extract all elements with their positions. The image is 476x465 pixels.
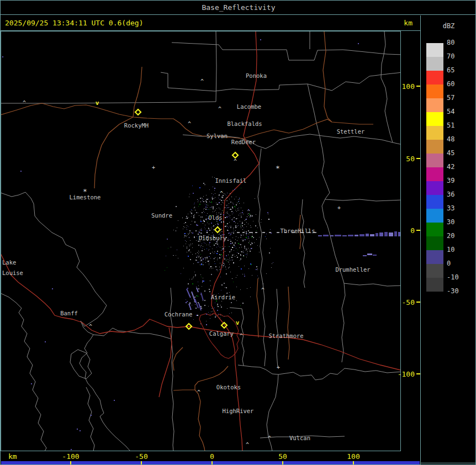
clutter-speckle (217, 304, 218, 305)
clutter-speckle (232, 260, 233, 260)
clutter-speckle (197, 225, 197, 226)
right-axis-tick (416, 302, 420, 303)
boundary-line (161, 72, 403, 91)
clutter-speckle (240, 244, 240, 245)
clutter-speckle (188, 250, 189, 251)
clutter-speckle (225, 217, 226, 218)
clutter-speckle (244, 203, 244, 203)
city-label: Airdrie (211, 294, 235, 300)
clutter-speckle (245, 224, 245, 225)
clutter-speckle (237, 250, 238, 250)
clutter-speckle (195, 210, 195, 210)
boundary-line (344, 283, 403, 286)
clutter-speckle (215, 193, 215, 194)
clutter-speckle (185, 222, 186, 223)
road-red (159, 327, 172, 397)
clutter-speckle (222, 202, 223, 203)
radar-map-display[interactable]: PonokaLacombeBlackfaldsSylvanRedDeerStet… (1, 1, 476, 465)
clutter-speckle (252, 234, 253, 234)
clutter-speckle (250, 216, 250, 216)
colorbar-swatch (426, 181, 443, 195)
clutter-speckle (197, 262, 198, 263)
clutter-speckle (251, 216, 251, 217)
colorbar-tick-label: 30 (447, 218, 474, 226)
clutter-speckle (208, 221, 208, 221)
clutter-speckle (224, 258, 225, 260)
clutter-speckle (248, 236, 248, 237)
clutter-speckle (244, 266, 245, 266)
clutter-speckle (202, 201, 203, 202)
clutter-speckle (237, 203, 237, 203)
clutter-speckle (236, 300, 237, 301)
clutter-speckle (273, 262, 273, 263)
clutter-speckle (192, 186, 193, 186)
clutter-speckle (200, 217, 201, 218)
clutter-speckle (213, 194, 214, 195)
clutter-speckle (208, 228, 209, 228)
clutter-speckle (203, 265, 204, 265)
clutter-speckle (205, 225, 205, 225)
clutter-speckle (231, 219, 232, 220)
clutter-speckle (230, 209, 231, 210)
clutter-speckle (226, 195, 226, 195)
clutter-speckle (242, 210, 243, 211)
clutter-speckle (219, 195, 219, 196)
clutter-speckle (215, 210, 216, 210)
clutter-speckle (213, 314, 213, 315)
clutter-speckle (228, 238, 229, 239)
clutter-speckle (200, 220, 201, 220)
clutter-speckle (222, 250, 223, 250)
clutter-speckle (205, 204, 205, 204)
echo-line-segment (389, 232, 393, 236)
clutter-speckle (200, 232, 202, 234)
road-brown (288, 287, 289, 360)
clutter-speckle (200, 324, 201, 324)
clutter-speckle (200, 260, 200, 260)
clutter-speckle (244, 240, 244, 240)
echo-line-segment (355, 235, 358, 236)
clutter-speckle (240, 226, 241, 226)
clutter-speckle (203, 262, 203, 262)
clutter-speckle (224, 247, 224, 248)
clutter-speckle (205, 262, 206, 263)
clutter-speckle (238, 237, 239, 238)
clutter-speckle (252, 248, 252, 249)
colorbar-tick-label: 60 (447, 80, 474, 88)
clutter-speckle (229, 258, 230, 258)
clutter-speckle (248, 209, 249, 210)
clutter-speckle (226, 269, 226, 270)
clutter-speckle (227, 261, 228, 262)
city-label: ThreeHills (280, 228, 315, 234)
clutter-speckle (212, 252, 213, 252)
clutter-speckle (242, 274, 243, 274)
clutter-speckle (250, 225, 251, 226)
clutter-speckle (216, 213, 217, 213)
clutter-speckle (212, 197, 213, 198)
clutter-speckle (210, 202, 210, 203)
city-label: HighRiver (223, 408, 254, 414)
clutter-speckle (199, 262, 199, 262)
clutter-speckle (189, 245, 189, 245)
city-label: Ponoka (246, 72, 267, 79)
clutter-speckle (187, 247, 187, 248)
clutter-speckle (193, 215, 194, 216)
radar-echoes (2, 39, 403, 450)
colorbar-swatch (426, 57, 443, 71)
clutter-speckle (216, 203, 216, 203)
clutter-speckle (198, 288, 199, 289)
clutter-speckle (206, 195, 207, 195)
city-label: Calgary (209, 330, 234, 337)
clutter-speckle (210, 246, 210, 247)
clutter-speckle (233, 229, 234, 229)
echo-dot (91, 415, 92, 416)
city-labels: PonokaLacombeBlackfaldsSylvanRedDeerStet… (2, 72, 371, 441)
clutter-speckle (236, 211, 237, 212)
clutter-speckle (184, 223, 184, 224)
clutter-speckle (214, 308, 215, 308)
city-label: Strathmore (268, 332, 303, 339)
clutter-speckle (220, 269, 221, 270)
clutter-speckle (236, 197, 236, 197)
clutter-speckle (235, 208, 236, 208)
asterisk-marker-icon: * (83, 187, 87, 195)
clutter-speckle (258, 278, 259, 278)
